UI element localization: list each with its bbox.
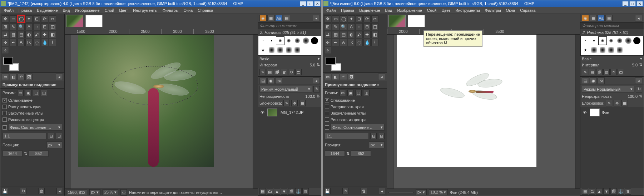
brush-refresh-icon[interactable]: ↻ (288, 69, 294, 75)
rotate-tool[interactable]: ⟳ (41, 15, 48, 22)
mode-intersect[interactable]: ◫ (363, 90, 370, 96)
layer-dup-icon[interactable]: 🗐 (610, 188, 617, 195)
filter-input[interactable]: Фильтр по меткам (258, 22, 321, 29)
transform-tool[interactable]: ⊞ (324, 23, 331, 30)
brush-new-icon[interactable]: ▤ (267, 69, 273, 75)
image-tab-1[interactable] (66, 15, 83, 27)
image-tab-2[interactable] (408, 15, 425, 27)
layer-list[interactable]: 👁 IMG_1742.JP (258, 107, 321, 187)
brushes-tab[interactable]: ◉ (582, 15, 589, 21)
lock-alpha-icon[interactable]: ▦ (299, 100, 306, 106)
lock-position-icon[interactable]: ✥ (291, 100, 298, 106)
zoom-tool[interactable]: 🔍 (18, 23, 25, 30)
align-tool[interactable]: ⊟ (41, 23, 48, 30)
layer-row[interactable]: 👁 IMG_1742.JP (258, 107, 321, 118)
mode-replace[interactable]: ▭ (340, 90, 346, 96)
channels-tab[interactable]: ◉ (590, 77, 597, 84)
antialias-checkbox[interactable] (3, 98, 7, 102)
layer-down-icon[interactable]: ▼ (603, 188, 610, 195)
gradient-tool[interactable]: ◐ (25, 31, 33, 38)
status-unit[interactable]: px ▾ (89, 189, 100, 195)
layer-new-icon[interactable]: ▤ (259, 188, 266, 195)
preset-dropdown[interactable]: Basic. (259, 57, 270, 61)
fixed-checkbox[interactable] (3, 125, 7, 130)
fg-color-swatch[interactable] (326, 57, 336, 65)
canvas-image[interactable] (397, 35, 536, 167)
brush-open-icon[interactable]: 🗀 (295, 69, 302, 75)
menu-layer[interactable]: Слой (425, 7, 439, 13)
mode-subtract[interactable]: ▢ (355, 90, 362, 96)
smudge-tool[interactable]: ☈ (25, 39, 33, 46)
layer-del-icon[interactable]: 🗑 (625, 188, 631, 195)
fonts-tab[interactable]: Aa (598, 15, 605, 21)
status-zoom[interactable]: 25 % ▾ (103, 189, 118, 195)
image-tab-1[interactable] (388, 15, 406, 27)
antialias-checkbox[interactable] (325, 98, 329, 102)
clone-tool[interactable]: 🖌 (33, 31, 40, 38)
measure-tool[interactable]: ↔ (33, 23, 40, 30)
layer-thumb[interactable] (267, 109, 277, 116)
fixed-dropdown[interactable]: Фикс. Соотношение …▾ (8, 124, 62, 131)
pos-x-input[interactable]: 1644 (325, 150, 345, 157)
ruler-horizontal[interactable]: 15002000250030003500 (65, 28, 258, 35)
swap-orient-icon[interactable]: ⊟ (48, 133, 54, 139)
opacity-value[interactable]: 100.0 (305, 94, 315, 99)
menu-help[interactable]: Справка (195, 7, 215, 13)
brush-dup-icon[interactable]: 🗐 (596, 69, 603, 75)
layer-down-icon[interactable]: ▼ (281, 188, 287, 195)
mode-reset-icon[interactable]: ↻ (636, 86, 642, 92)
airbrush-tool[interactable]: ✢ (324, 39, 331, 46)
eraser-tool[interactable]: ◧ (371, 31, 378, 38)
ruler-vertical[interactable] (65, 35, 71, 189)
fixed-dropdown[interactable]: Фикс. Соотношение …▾ (331, 124, 385, 131)
text-tool[interactable]: A (348, 23, 355, 30)
lock-position-icon[interactable]: ✥ (614, 100, 620, 106)
rounded-checkbox[interactable] (325, 111, 329, 115)
ruler-vertical[interactable] (387, 35, 393, 189)
brush-del-icon[interactable]: 🗑 (281, 69, 287, 75)
menu-file[interactable]: Файл (2, 7, 16, 13)
path-tool[interactable]: ⌇ (371, 39, 378, 46)
menu-edit[interactable]: Правка (16, 7, 34, 13)
heal-tool[interactable]: ✚ (363, 31, 371, 38)
layer-name[interactable]: IMG_1742.JP (279, 110, 303, 115)
rect-select-tool[interactable]: ▭ (332, 15, 339, 22)
measure-tool[interactable]: ↔ (356, 23, 363, 30)
close-button[interactable]: ✕ (314, 1, 321, 6)
lock-pixels-icon[interactable]: ✎ (283, 100, 290, 106)
titlebar[interactable]: *[Без имени]-6.0 (Цвета RGB 8 бит, нелин… (323, 0, 644, 7)
text-tool[interactable]: A (25, 23, 33, 30)
pos-y-input[interactable]: 852 (29, 150, 49, 157)
canvas-viewport[interactable] (71, 35, 253, 189)
brush-grid[interactable]: ★ (258, 36, 321, 56)
feather-checkbox[interactable] (325, 105, 329, 109)
scissors-tool[interactable]: ✂ (49, 15, 56, 22)
dock-menu-icon[interactable]: ◂ (313, 15, 320, 21)
opacity-value[interactable]: 100.0 (628, 94, 638, 99)
device-status-tab[interactable]: ◧ (10, 74, 17, 80)
layer-row[interactable]: 👁 Фон (580, 107, 644, 118)
maximize-button[interactable]: □ (307, 1, 313, 6)
dock-menu-icon[interactable]: ◂ (635, 15, 642, 21)
flip-tool[interactable]: ⇄ (324, 31, 331, 38)
zoom-tool[interactable]: 🔍 (340, 23, 347, 30)
perspective-tool[interactable]: ◫ (371, 23, 378, 30)
tool-options-tab[interactable]: ▭ (324, 74, 331, 80)
clone-tool[interactable]: 🖌 (356, 31, 363, 38)
align-tool[interactable]: ⊟ (363, 23, 371, 30)
menu-colors[interactable]: Цвет (117, 7, 130, 13)
ratio-input[interactable]: 1:1 (3, 133, 46, 139)
menu-image[interactable]: Изображение (73, 7, 101, 13)
brush-edit-icon[interactable]: ✎ (259, 69, 266, 75)
channels-tab[interactable]: ◉ (267, 77, 274, 84)
smudge-tool[interactable]: ☈ (348, 39, 355, 46)
paths-tab[interactable]: ↝ (275, 77, 282, 84)
pencil-tool[interactable]: ✎ (10, 23, 17, 30)
vertical-scrollbar[interactable] (575, 35, 580, 189)
delete-icon[interactable]: 🗑 (38, 188, 45, 194)
free-select-tool[interactable]: ◯ (340, 15, 347, 22)
blur-tool[interactable]: 💧 (363, 39, 371, 46)
move-tool[interactable]: ✥ (2, 15, 9, 22)
swap-orient-icon[interactable]: ⊟ (370, 133, 377, 139)
canvas-image[interactable] (78, 35, 214, 167)
